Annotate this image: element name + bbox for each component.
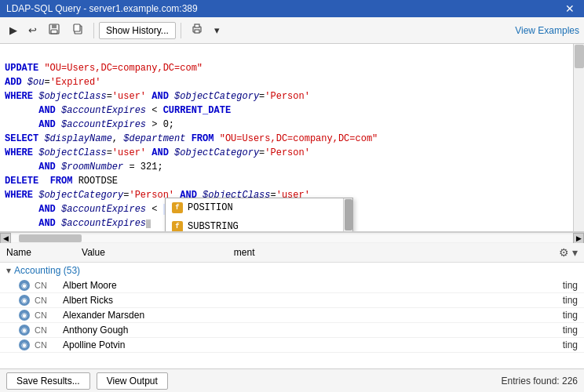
row4-dept: ting (165, 325, 578, 336)
save-toolbar-button[interactable] (43, 20, 65, 41)
row5-type: CN (35, 340, 63, 350)
svg-rect-4 (74, 24, 80, 31)
row4-type: CN (35, 325, 63, 335)
row1-name: Albert Moore (63, 280, 165, 291)
back-icon: ↩ (28, 24, 37, 36)
separator-1 (93, 23, 94, 38)
title-bar: LDAP-SQL Query - server1.example.com:389… (0, 0, 584, 17)
row4-name: Anthony Gough (63, 325, 165, 336)
gear-dropdown-icon: ▾ (572, 246, 578, 259)
run-icon: ▶ (9, 24, 17, 36)
group-header[interactable]: ▾ Accounting (53) (0, 263, 584, 278)
col-value-header: Value (82, 247, 105, 258)
print-icon (191, 23, 203, 38)
row2-type: CN (35, 296, 63, 305)
title-bar-title: LDAP-SQL Query - server1.example.com:389 (6, 3, 562, 14)
svg-rect-6 (195, 24, 199, 27)
autocomplete-dropdown: f POSITION f SUBSTRING f UPPER f LOWER f… (165, 198, 353, 232)
ac-item-position[interactable]: f POSITION (166, 198, 352, 217)
row2-dept: ting (165, 295, 578, 306)
ac-icon-substring: f (172, 221, 183, 232)
toolbar: ▶ ↩ Show History... ▾ View Examples (0, 17, 584, 44)
view-examples-link[interactable]: View Examples (515, 25, 579, 36)
user-icon-3: ◉ (19, 310, 30, 321)
row5-dept: ting (165, 339, 578, 350)
print-button[interactable] (186, 20, 208, 41)
group-name: Accounting (53) (14, 265, 80, 276)
results-toolbar: Name Value ment ⚙ ▾ (0, 243, 584, 263)
table-row[interactable]: ◉ CN Alexander Marsden ting (0, 308, 584, 323)
back-button[interactable]: ↩ (24, 21, 42, 39)
view-output-button[interactable]: View Output (97, 372, 168, 390)
bottom-bar: Save Results... View Output Entries foun… (0, 368, 584, 392)
user-icon-1: ◉ (19, 280, 30, 291)
row3-name: Alexander Marsden (63, 310, 165, 321)
table-row[interactable]: ◉ CN Apolline Potvin ting (0, 338, 584, 353)
hscroll-left-btn[interactable]: ◀ (0, 233, 11, 244)
gear-icon: ⚙ (559, 246, 569, 259)
close-button[interactable]: ✕ (562, 2, 578, 15)
autocomplete-list: f POSITION f SUBSTRING f UPPER f LOWER f… (166, 198, 352, 232)
ac-icon-position: f (172, 202, 183, 213)
user-icon-5: ◉ (19, 339, 30, 350)
col-ment-header: ment (234, 247, 255, 258)
user-icon-2: ◉ (19, 295, 30, 306)
show-history-button[interactable]: Show History... (99, 22, 176, 39)
row2-name: Albert Ricks (63, 295, 165, 306)
dropdown-icon: ▾ (214, 24, 220, 36)
group-label: Accounting (14, 265, 60, 276)
run-button[interactable]: ▶ (5, 21, 22, 39)
table-row[interactable]: ◉ CN Albert Moore ting (0, 278, 584, 293)
editor-area[interactable]: UPDATE "OU=Users,DC=company,DC=com" ADD … (0, 44, 584, 232)
editor-vscroll[interactable] (573, 44, 584, 231)
save-results-button[interactable]: Save Results... (6, 372, 90, 390)
user-icon-4: ◉ (19, 325, 30, 336)
row3-dept: ting (165, 310, 578, 321)
save-icon (48, 23, 60, 38)
separator-2 (181, 23, 181, 38)
group-count: (53) (64, 265, 80, 276)
vscroll-thumb (575, 45, 584, 68)
results-columns: Name Value ment (6, 247, 255, 258)
table-row[interactable]: ◉ CN Anthony Gough ting (0, 323, 584, 338)
svg-rect-1 (52, 24, 57, 28)
row3-type: CN (35, 310, 63, 320)
table-row[interactable]: ◉ CN Albert Ricks ting (0, 293, 584, 308)
gear-button[interactable]: ⚙ ▾ (559, 246, 578, 259)
row1-type: CN (35, 281, 63, 290)
ac-label-substring: SUBSTRING (188, 220, 239, 232)
copy-button[interactable] (67, 20, 89, 41)
hscroll-right-btn[interactable]: ▶ (573, 233, 584, 244)
row5-name: Apolline Potvin (63, 339, 165, 350)
editor-hscroll[interactable]: ◀ ▶ (0, 232, 584, 243)
autocomplete-scrollbar[interactable] (343, 198, 352, 232)
ac-label-position: POSITION (188, 201, 233, 215)
row1-dept: ting (165, 280, 578, 291)
hscroll-thumb (19, 234, 82, 242)
col-name-header: Name (6, 247, 31, 258)
copy-icon (71, 23, 84, 38)
entries-found: Entries found: 226 (502, 376, 578, 387)
ac-item-substring[interactable]: f SUBSTRING (166, 217, 352, 232)
ac-scroll-thumb (345, 199, 352, 230)
svg-rect-7 (195, 30, 199, 33)
svg-rect-2 (51, 30, 57, 34)
chevron-icon: ▾ (6, 265, 11, 276)
print-dropdown-button[interactable]: ▾ (210, 21, 224, 39)
